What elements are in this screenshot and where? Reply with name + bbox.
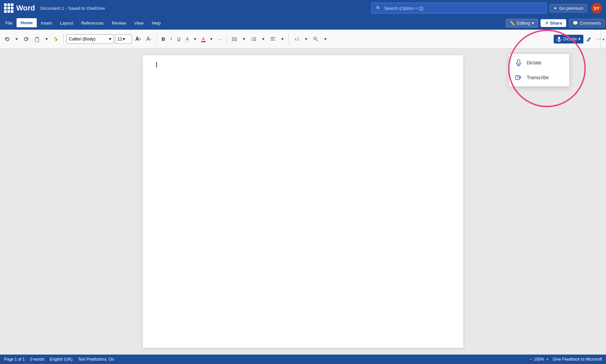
font-name-selector[interactable]: Calibri (Body) ▾ <box>66 34 114 44</box>
text-predictions: Text Predictions: On <box>78 357 114 362</box>
align-button[interactable] <box>268 35 278 43</box>
waffle-dot <box>4 7 7 9</box>
format-painter-button[interactable] <box>51 35 61 43</box>
paste-dropdown[interactable]: ▾ <box>44 35 50 43</box>
paste-button[interactable] <box>32 35 42 43</box>
zoom-level: 100% <box>534 357 544 362</box>
menu-bar-actions: ✏️ Editing ▾ ↗ Share 💬 Comments <box>506 19 605 27</box>
font-color-dropdown[interactable]: ▾ <box>208 35 215 43</box>
zoom-out-button[interactable]: − <box>529 357 532 362</box>
zoom-control[interactable]: − 100% + <box>529 357 549 362</box>
font-color-bar <box>201 41 205 42</box>
menu-home[interactable]: Home <box>17 18 37 28</box>
size-chevron-icon: ▾ <box>123 36 125 41</box>
comments-icon: 💬 <box>573 21 578 26</box>
redo-button[interactable] <box>21 35 31 43</box>
underline-button[interactable]: U <box>175 35 182 43</box>
highlight-button[interactable]: A <box>184 35 191 43</box>
font-name-value: Calibri (Body) <box>69 36 95 41</box>
title-bar-right: ✦ Go premium SY <box>550 3 602 13</box>
svg-line-24 <box>316 40 318 41</box>
waffle-dot <box>4 3 7 6</box>
search-icon: 🔍 <box>376 6 381 11</box>
transcribe-menu-item[interactable]: Transcribe <box>509 70 569 85</box>
waffle-dot <box>11 7 13 9</box>
find-button[interactable] <box>311 35 321 43</box>
styles-dropdown[interactable]: ▾ <box>303 35 309 43</box>
dictate-dropdown-arrow: ▾ <box>578 36 581 41</box>
dictate-button[interactable]: Dictate ▾ <box>554 35 583 43</box>
font-color-icon: A <box>202 36 205 41</box>
menu-help[interactable]: Help <box>148 19 165 28</box>
page-info: Page 1 of 1 <box>4 357 25 362</box>
text-cursor <box>156 62 157 67</box>
comments-button[interactable]: 💬 Comments <box>569 19 605 27</box>
bullet-list-dropdown[interactable]: ▾ <box>241 35 247 43</box>
ribbon-collapse-button[interactable]: ▲ <box>601 30 606 48</box>
app-container: Word Document 1 - Saved to OneDrive 🔍 Se… <box>0 0 606 364</box>
highlight-dropdown[interactable]: ▾ <box>192 35 198 43</box>
ribbon-right: Dictate ▾ ··· <box>554 35 603 43</box>
menu-view[interactable]: View <box>130 19 148 28</box>
ribbon-sep-1 <box>63 34 64 44</box>
draw-button[interactable] <box>584 35 594 43</box>
numbered-list-dropdown[interactable]: ▾ <box>260 35 267 43</box>
waffle-menu[interactable] <box>4 3 13 13</box>
menu-file[interactable]: File <box>1 19 17 28</box>
ribbon-sep-4 <box>288 34 289 44</box>
document-name: Document 1 - Saved to OneDrive <box>40 6 369 11</box>
waffle-dot <box>4 10 7 13</box>
svg-rect-2 <box>54 37 56 39</box>
menu-insert[interactable]: Insert <box>37 19 56 28</box>
editing-button[interactable]: ✏️ Editing ▾ <box>506 19 538 27</box>
premium-label: Go premium <box>559 6 583 11</box>
svg-point-4 <box>232 37 233 38</box>
undo-dropdown[interactable]: ▾ <box>13 35 20 43</box>
styles-button[interactable]: A <box>292 35 302 43</box>
waffle-dot <box>11 10 13 13</box>
font-grow-button[interactable]: A+ <box>133 35 143 43</box>
font-shrink-button[interactable]: A− <box>144 35 154 43</box>
dictate-menu-item[interactable]: Dictate <box>509 55 569 70</box>
menu-layout[interactable]: Layout <box>56 19 77 28</box>
user-avatar[interactable]: SY <box>591 3 602 13</box>
ribbon-sep-3 <box>226 34 227 44</box>
feedback-link[interactable]: Give Feedback to Microsoft <box>553 357 602 362</box>
menu-references[interactable]: References <box>77 19 108 28</box>
go-premium-button[interactable]: ✦ Go premium <box>550 4 587 12</box>
svg-point-6 <box>232 38 233 39</box>
vertical-scrollbar[interactable] <box>601 49 606 355</box>
undo-button[interactable] <box>3 35 12 43</box>
numbered-list-button[interactable]: 1. 2. 3. <box>249 35 259 43</box>
share-button[interactable]: ↗ Share <box>541 19 566 27</box>
bold-button[interactable]: B <box>160 35 167 43</box>
transcribe-menu-icon <box>515 73 523 82</box>
zoom-in-button[interactable]: + <box>546 357 549 362</box>
ribbon: ▾ ▾ Calibri (Body) ▾ 11 ▾ A+ A− B I U <box>0 30 606 49</box>
editing-label: Editing <box>517 21 530 26</box>
more-font-options[interactable]: ··· <box>216 35 224 43</box>
search-box[interactable]: 🔍 Search (Option + Q) <box>371 3 547 13</box>
menu-review[interactable]: Review <box>108 19 130 28</box>
svg-text:A: A <box>294 37 297 41</box>
document-area[interactable] <box>0 49 606 355</box>
bullet-list-button[interactable] <box>229 35 240 43</box>
font-color-button[interactable]: A <box>200 35 207 43</box>
waffle-dot <box>7 7 10 9</box>
status-bar-right: − 100% + Give Feedback to Microsoft <box>529 357 602 362</box>
find-dropdown[interactable]: ▾ <box>322 35 329 43</box>
italic-button[interactable]: I <box>169 35 174 43</box>
document-page[interactable] <box>143 55 463 348</box>
share-label: Share <box>550 21 562 26</box>
svg-point-23 <box>314 37 316 40</box>
search-placeholder: Search (Option + Q) <box>384 6 423 11</box>
transcribe-menu-label: Transcribe <box>527 75 549 80</box>
svg-rect-30 <box>517 60 520 63</box>
status-bar: Page 1 of 1 0 words English (UK) Text Pr… <box>0 355 606 364</box>
font-chevron-icon: ▾ <box>109 36 111 41</box>
dictate-menu-icon <box>515 59 523 67</box>
font-size-selector[interactable]: 11 ▾ <box>115 34 132 44</box>
dictate-dropdown-menu: Dictate Transcribe <box>509 54 570 87</box>
align-dropdown[interactable]: ▾ <box>279 35 286 43</box>
ribbon-sep-2 <box>157 34 157 44</box>
